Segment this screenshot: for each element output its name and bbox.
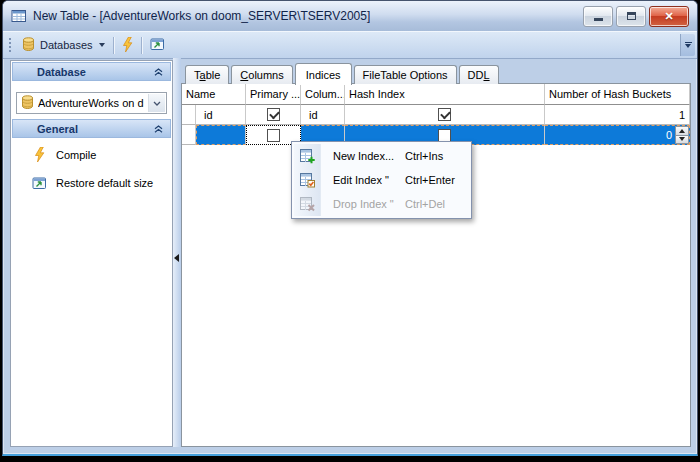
close-icon: ✕ [664, 11, 673, 22]
database-combo[interactable]: AdventureWorks on d [16, 92, 167, 114]
tab-filetable-options[interactable]: FileTable Options [354, 65, 457, 84]
column-header-column[interactable]: Colum... [301, 84, 345, 105]
databases-button[interactable]: Databases [17, 35, 110, 55]
context-menu: New Index...Ctrl+InsEdit Index "Ctrl+Ent… [291, 141, 472, 219]
main-panel: TableColumnsIndicesFileTable OptionsDDL … [181, 60, 691, 447]
collapse-icon[interactable] [154, 125, 163, 133]
column-header-name[interactable]: Name [182, 84, 246, 105]
close-button[interactable]: ✕ [649, 6, 689, 27]
chevron-down-icon [685, 44, 691, 48]
titlebar[interactable]: New Table - [AdventureWorks on doom_SERV… [3, 1, 697, 31]
hash-index-cell[interactable] [345, 105, 545, 125]
index-name-cell[interactable] [196, 125, 246, 145]
tab-table[interactable]: Table [185, 65, 229, 84]
table-icon [11, 8, 27, 24]
column-header-primary-key[interactable]: Primary ... [246, 84, 301, 105]
menu-item-shortcut: Ctrl+Ins [405, 150, 469, 162]
section-title: Database [37, 66, 86, 78]
minimize-button[interactable] [583, 6, 613, 27]
menu-item-shortcut: Ctrl+Enter [405, 174, 469, 186]
index-column-cell[interactable]: id [301, 105, 345, 125]
hash-buckets-cell[interactable]: 1 [545, 105, 690, 125]
tab-strip: TableColumnsIndicesFileTable OptionsDDL [181, 60, 691, 84]
database-combo-value: AdventureWorks on d [38, 97, 144, 109]
index-grid: NamePrimary ...Colum...Hash IndexNumber … [182, 84, 690, 145]
spinner-down-button[interactable] [675, 136, 689, 145]
spinner-up-icon [679, 129, 685, 133]
hash-buckets-cell[interactable]: 0 [545, 125, 690, 145]
desktop-background: New Table - [AdventureWorks on doom_SERV… [0, 0, 700, 462]
restore-size-button[interactable] [145, 35, 170, 55]
new-index-icon [294, 148, 320, 164]
database-icon [22, 37, 35, 53]
menu-item-shortcut: Ctrl+Del [405, 198, 469, 210]
lightning-icon [32, 147, 47, 162]
spinner-down-icon [679, 137, 685, 141]
section-title: General [37, 123, 78, 135]
drop-index-icon [294, 196, 320, 212]
compile-button[interactable] [117, 35, 138, 56]
maximize-button[interactable] [616, 6, 646, 27]
collapse-icon[interactable] [154, 68, 163, 76]
toolbar: Databases [3, 31, 697, 59]
column-header-number-of-hash-buckets[interactable]: Number of Hash Buckets [545, 84, 690, 105]
hash-buckets-spinner[interactable] [675, 126, 689, 144]
menu-item-label: New Index... [333, 150, 405, 162]
database-section-header[interactable]: Database [12, 62, 171, 81]
sidebar-splitter[interactable] [173, 58, 181, 447]
splitter-collapse-icon[interactable] [174, 254, 179, 262]
new-table-window: New Table - [AdventureWorks on doom_SERV… [2, 0, 698, 456]
menu-item-new-index[interactable]: New Index...Ctrl+Ins [294, 144, 469, 168]
menu-item-label: Edit Index " [333, 174, 405, 186]
tab-ddl[interactable]: DDL [459, 65, 499, 84]
tab-indices[interactable]: Indices [295, 63, 352, 85]
restore-window-icon [150, 37, 165, 53]
row-indicator[interactable] [182, 105, 196, 125]
content-area: Database AdventureWorks on d General Com… [7, 58, 693, 447]
index-name-cell[interactable]: id [196, 105, 246, 125]
edit-index-icon [294, 172, 320, 188]
sidebar-item-compile[interactable]: Compile [11, 139, 172, 168]
window-title: New Table - [AdventureWorks on doom_SERV… [33, 9, 370, 23]
column-header-hash-index[interactable]: Hash Index [345, 84, 545, 105]
toolbar-separator [113, 37, 114, 54]
menu-item-drop-index: Drop Index "Ctrl+Del [294, 192, 469, 216]
databases-button-label: Databases [40, 39, 93, 51]
sidebar: Database AdventureWorks on d General Com… [10, 60, 173, 447]
toolbar-separator [141, 37, 142, 54]
general-section-header[interactable]: General [12, 119, 171, 138]
lightning-icon [122, 37, 133, 54]
hash-index-checkbox[interactable] [438, 129, 451, 142]
menu-item-label: Drop Index " [333, 198, 405, 210]
toolbar-grip[interactable] [8, 37, 12, 53]
tab-columns[interactable]: Columns [231, 65, 292, 84]
primary-key-checkbox[interactable] [267, 108, 280, 121]
overflow-icon [685, 42, 692, 43]
hash-index-checkbox[interactable] [438, 108, 451, 121]
primary-key-cell[interactable] [246, 105, 301, 125]
primary-key-checkbox[interactable] [267, 129, 280, 142]
sidebar-item-label: Compile [56, 149, 96, 161]
indices-panel: NamePrimary ...Colum...Hash IndexNumber … [181, 83, 691, 447]
menu-item-edit-index[interactable]: Edit Index "Ctrl+Enter [294, 168, 469, 192]
sidebar-item-restore-default-size[interactable]: Restore default size [11, 168, 172, 196]
row-indicator[interactable] [182, 125, 196, 145]
window-controls: ✕ [583, 6, 689, 27]
chevron-down-icon [99, 43, 105, 47]
database-icon [21, 95, 34, 111]
spinner-up-button[interactable] [675, 126, 689, 136]
toolbar-overflow-button[interactable] [680, 34, 695, 56]
restore-window-icon [32, 176, 47, 190]
sidebar-item-label: Restore default size [56, 177, 153, 189]
maximize-icon [627, 12, 636, 20]
minimize-icon [594, 18, 603, 21]
combo-dropdown-button[interactable] [148, 94, 165, 112]
